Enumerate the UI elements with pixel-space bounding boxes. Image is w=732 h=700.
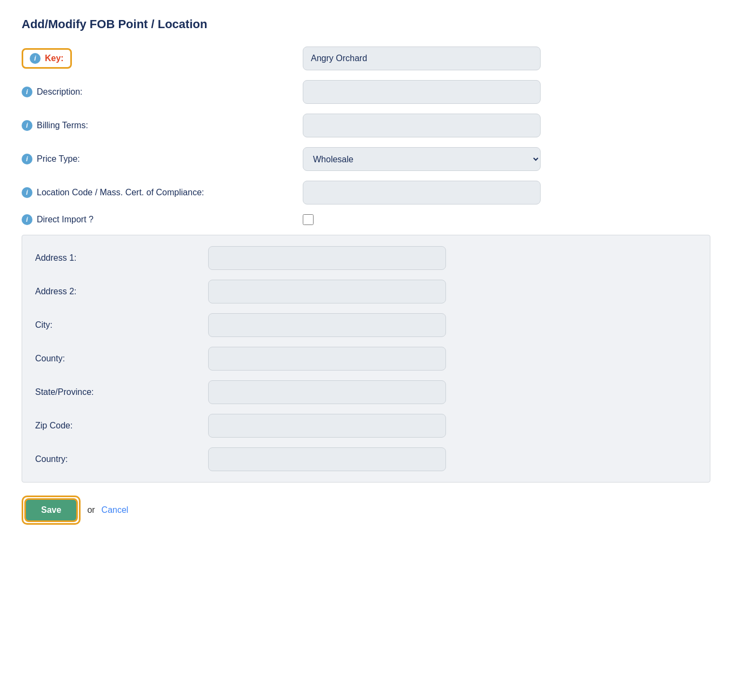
direct-import-checkbox[interactable] [303,214,314,225]
state-province-row: State/Province: [35,380,697,404]
location-code-info-icon: i [22,187,32,198]
county-label: County: [35,354,208,364]
address2-row: Address 2: [35,280,697,303]
cancel-link[interactable]: Cancel [102,505,129,515]
key-input[interactable] [303,47,541,70]
location-code-input[interactable] [303,181,541,204]
description-label: i Description: [22,87,303,97]
country-label: Country: [35,454,208,464]
or-text: or [87,505,95,515]
billing-terms-label: i Billing Terms: [22,120,303,131]
price-type-label: i Price Type: [22,154,303,164]
billing-terms-row: i Billing Terms: [22,114,710,137]
price-type-info-icon: i [22,154,32,164]
address1-label: Address 1: [35,253,208,263]
footer-row: Save or Cancel [22,496,710,525]
address1-row: Address 1: [35,246,697,270]
key-info-icon: i [30,53,41,64]
key-label: Key: [45,54,64,63]
direct-import-info-icon: i [22,214,32,225]
county-row: County: [35,347,697,371]
address2-label: Address 2: [35,287,208,296]
direct-import-label: i Direct Import ? [22,214,303,225]
billing-terms-input[interactable] [303,114,541,137]
key-row: i Key: [22,47,710,70]
location-code-row: i Location Code / Mass. Cert. of Complia… [22,181,710,204]
country-row: Country: [35,447,697,471]
state-province-label: State/Province: [35,387,208,397]
zip-code-input[interactable] [208,414,446,438]
price-type-row: i Price Type: Wholesale Retail Distribut… [22,147,710,171]
key-highlight-box: i Key: [22,48,72,69]
description-input[interactable] [303,80,541,104]
address-section: Address 1: Address 2: City: County: Stat… [22,235,710,483]
fob-form: i Key: i Description: i Billing Terms: i… [22,47,710,525]
location-code-label: i Location Code / Mass. Cert. of Complia… [22,187,303,198]
save-button-highlight: Save [22,496,81,525]
price-type-select[interactable]: Wholesale Retail Distributor [303,147,541,171]
save-button[interactable]: Save [24,498,78,522]
description-row: i Description: [22,80,710,104]
address2-input[interactable] [208,280,446,303]
direct-import-row: i Direct Import ? [22,214,710,225]
key-label-wrapper: i Key: [22,48,303,69]
page-title: Add/Modify FOB Point / Location [22,17,710,31]
zip-code-label: Zip Code: [35,421,208,431]
zip-code-row: Zip Code: [35,414,697,438]
country-input[interactable] [208,447,446,471]
city-row: City: [35,313,697,337]
state-province-input[interactable] [208,380,446,404]
address1-input[interactable] [208,246,446,270]
description-info-icon: i [22,87,32,97]
billing-terms-info-icon: i [22,120,32,131]
county-input[interactable] [208,347,446,371]
city-label: City: [35,320,208,330]
city-input[interactable] [208,313,446,337]
